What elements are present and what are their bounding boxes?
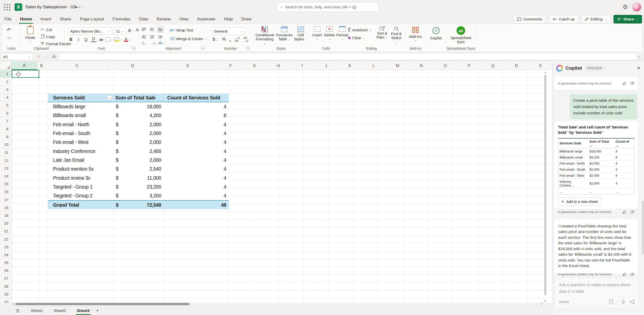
pivot-data-row[interactable]: Product mention 5x$2,5404 <box>48 165 229 173</box>
row-header-1[interactable]: 1 <box>0 70 12 78</box>
row-header-4[interactable]: 4 <box>0 94 12 101</box>
row-header-19[interactable]: 19 <box>0 212 12 219</box>
copilot-ribbon-button[interactable]: Copilot <box>429 27 443 40</box>
top-align-button[interactable] <box>142 27 146 31</box>
share-button[interactable]: Share⌄ <box>613 15 642 23</box>
pivot-data-row[interactable]: Feb email - West$2,0004 <box>48 138 229 147</box>
row-header-2[interactable]: 2 <box>0 78 12 86</box>
scroll-left-icon[interactable]: ◄ <box>12 302 14 305</box>
comments-button[interactable]: Comments <box>514 15 546 23</box>
selected-cell-a1[interactable] <box>12 70 39 78</box>
select-all-corner[interactable] <box>0 62 11 70</box>
ribbon-tab-insert[interactable]: Insert <box>40 16 52 23</box>
ribbon-tab-review[interactable]: Review <box>156 16 171 23</box>
shrink-font-button[interactable]: A⌄ <box>136 28 142 32</box>
row-header-9[interactable]: 9 <box>0 133 12 141</box>
align-right-button[interactable] <box>158 35 162 39</box>
panel-scroll-thumb[interactable] <box>642 201 643 254</box>
row-header-5[interactable]: 5 <box>0 101 12 109</box>
clear-button[interactable]: ◆Clear⌄ <box>348 35 365 40</box>
column-header-p[interactable]: P <box>457 62 481 70</box>
column-header-g[interactable]: G <box>243 62 267 70</box>
enter-formula-icon[interactable]: ✓ <box>45 54 48 59</box>
add-sheet-icon[interactable]: + <box>96 308 99 313</box>
column-header-k[interactable]: K <box>338 62 362 70</box>
column-header-b[interactable]: B <box>37 62 46 70</box>
sheet-tab-sheet3[interactable]: Sheet3 <box>73 306 94 315</box>
row-header-23[interactable]: 23 <box>0 243 12 251</box>
column-header-e[interactable]: E <box>157 62 219 70</box>
wrap-text-button[interactable]: ab↩Wrap Text <box>170 28 193 32</box>
pivot-filter-dropdown[interactable]: ⌄ <box>107 95 112 100</box>
format-as-table-button[interactable]: Format AsTable ⌄ <box>276 26 293 41</box>
strikethrough-button[interactable]: ab <box>98 38 104 42</box>
expand-formula-bar-icon[interactable]: ⌄ <box>638 55 641 58</box>
insert-function-icon[interactable]: fx <box>52 54 55 59</box>
vertical-scrollbar[interactable]: ▲ ▼ <box>543 71 547 302</box>
row-header-17[interactable]: 17 <box>0 196 12 204</box>
row-header-14[interactable]: 14 <box>0 172 12 180</box>
pivot-data-row[interactable]: Feb email - North$2,0004 <box>48 120 229 129</box>
ribbon-tab-view[interactable]: View <box>179 16 189 23</box>
pivot-data-row[interactable]: Targeted - Group 2$3,2004 <box>48 191 229 200</box>
thumbs-up-icon[interactable] <box>622 272 627 277</box>
ribbon-tab-page-layout[interactable]: Page Layout <box>79 16 104 23</box>
pivot-data-row[interactable]: Late Jan Email$2,0004 <box>48 156 229 165</box>
thumbs-up-icon[interactable] <box>622 81 627 86</box>
row-header-26[interactable]: 26 <box>0 267 12 275</box>
underline-button[interactable]: U <box>83 37 89 42</box>
row-header-30[interactable]: 30 <box>0 298 12 303</box>
close-panel-icon[interactable]: ✕ <box>637 66 640 71</box>
row-header-11[interactable]: 11 <box>0 149 12 156</box>
copilot-input-box[interactable]: Ask a question or make a request about d… <box>555 278 639 308</box>
microphone-icon[interactable] <box>621 299 626 305</box>
vertical-scroll-thumb[interactable] <box>544 75 546 295</box>
delete-cells-button[interactable]: ✕ Delete⌄ <box>324 26 335 40</box>
autosum-button[interactable]: ΣAutoSum⌄ <box>348 27 372 33</box>
column-header-r[interactable]: R <box>505 62 529 70</box>
row-header-3[interactable]: 3 <box>0 86 12 93</box>
column-header-q[interactable]: Q <box>481 62 505 70</box>
sheet-tab-sheet2[interactable]: Sheet2 <box>50 306 70 315</box>
row-header-15[interactable]: 15 <box>0 180 12 188</box>
conditional-formatting-button[interactable]: ConditionalFormatting ⌄ <box>256 26 274 45</box>
pivot-data-row[interactable]: Product review 3x$11,0004 <box>48 173 229 182</box>
ribbon-tab-data[interactable]: Data <box>138 16 149 23</box>
row-header-13[interactable]: 13 <box>0 164 12 172</box>
font-color-button[interactable]: A⌄ <box>124 37 131 42</box>
increase-decimal-button[interactable]: ←.0.00 <box>234 36 239 42</box>
fill-handle[interactable] <box>38 76 40 78</box>
column-header-f[interactable]: F <box>219 62 243 70</box>
row-header-16[interactable]: 16 <box>0 188 12 196</box>
app-launcher-icon[interactable] <box>4 4 11 11</box>
row-header-6[interactable]: 6 <box>0 109 12 117</box>
bottom-align-button[interactable] <box>157 26 164 33</box>
column-header-n[interactable]: N <box>409 62 434 70</box>
scroll-up-icon[interactable]: ▲ <box>544 71 546 73</box>
bold-button[interactable]: B <box>68 37 74 42</box>
ribbon-tab-draw[interactable]: Draw <box>241 16 252 23</box>
spreadsheet-sync-button[interactable]: qb SpreadsheetSync <box>449 26 472 44</box>
format-painter-button[interactable]: Format Painter <box>40 41 71 46</box>
horizontal-scrollbar[interactable]: ◄ ► <box>12 303 543 306</box>
pivot-data-row[interactable]: Feb email - South$2,0004 <box>48 129 229 138</box>
column-header-m[interactable]: M <box>386 62 409 70</box>
pivot-data-row[interactable]: Targeted - Group 1$23,2004 <box>48 182 229 191</box>
ribbon-tab-share[interactable]: Share <box>59 16 72 23</box>
cut-button[interactable]: ✂Cut <box>40 27 52 32</box>
percent-format-button[interactable]: % <box>222 37 226 42</box>
ribbon-tab-file[interactable]: File <box>4 16 12 23</box>
catch-up-button[interactable]: Catch up <box>549 15 578 23</box>
row-header-21[interactable]: 21 <box>0 227 12 235</box>
formula-input[interactable] <box>59 53 636 60</box>
ribbon-tab-formulas[interactable]: Formulas <box>112 16 131 23</box>
prev-sheet-icon[interactable]: ‹ <box>4 309 5 313</box>
font-dialog-launcher[interactable]: ⇘ <box>132 46 135 50</box>
column-header-c[interactable]: C <box>46 62 108 70</box>
column-header-l[interactable]: L <box>362 62 386 70</box>
thumbs-down-icon[interactable] <box>630 210 634 214</box>
undo-button[interactable]: ↶ <box>7 27 11 33</box>
merge-center-button[interactable]: ↔Merge & Center⌄ <box>170 36 207 41</box>
search-bar[interactable]: ⌕ Search for tools, help, and more (Alt … <box>277 2 378 12</box>
editing-mode-button[interactable]: Editing⌄ <box>581 15 610 23</box>
